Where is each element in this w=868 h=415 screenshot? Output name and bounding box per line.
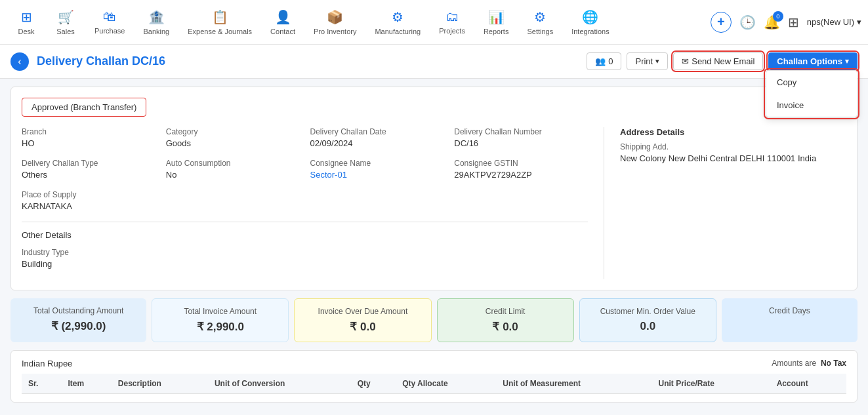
pro-inventory-icon: 📦: [327, 9, 343, 25]
table-head: Sr. Item Description Unit of Conversion …: [22, 374, 846, 394]
card-value-min-order: 0.0: [590, 320, 705, 333]
nav-item-integrations[interactable]: 🌐 Integrations: [562, 4, 618, 41]
nav-item-desk[interactable]: ⊞ Desk: [7, 4, 46, 41]
card-credit-limit: Credit Limit ₹ 0.0: [437, 298, 574, 342]
purchase-icon: 🛍: [103, 9, 116, 24]
table-section: Indian Rupee Amounts are No Tax Sr. Item…: [10, 350, 858, 403]
branch-value: HO: [22, 138, 155, 148]
card-label-min-order: Customer Min. Order Value: [590, 307, 705, 316]
category-value: Goods: [166, 138, 300, 148]
nav-item-manufacturing[interactable]: ⚙ Manufacturing: [365, 4, 430, 41]
nav-label-desk: Desk: [18, 28, 34, 35]
page-header: ‹ Delivery Challan DC/16 👥 0 Print ▾ ✉ S…: [0, 45, 868, 79]
main-content: Approved (Branch Transfer) Branch HO Cat…: [10, 87, 858, 290]
status-badge: Approved (Branch Transfer): [22, 98, 146, 117]
card-total-invoice: Total Invoice Amount ₹ 2,990.0: [152, 298, 289, 342]
field-row-2: Delivery Challan Type Others Auto Consum…: [22, 159, 588, 180]
notification-count: 0: [773, 11, 783, 22]
detail-grid: Branch HO Category Goods Delivery Challa…: [22, 127, 846, 279]
category-label: Category: [166, 127, 300, 136]
card-credit-days: Credit Days: [722, 298, 858, 342]
sales-icon: 🛒: [58, 9, 74, 25]
dropdown-item-invoice[interactable]: Invoice: [766, 94, 857, 117]
challan-date-value: 02/09/2024: [310, 138, 444, 148]
field-row-4: Industry Type Building: [22, 248, 588, 269]
history-icon[interactable]: 🕒: [739, 14, 756, 30]
nav-label-integrations: Integrations: [571, 28, 609, 35]
shipping-label: Shipping Add.: [620, 142, 846, 151]
consignee-name-value[interactable]: Sector-01: [310, 170, 444, 180]
consignee-gstin-label: Consignee GSTIN: [454, 159, 588, 168]
tax-type: No Tax: [821, 359, 846, 368]
card-invoice-overdue: Invoice Over Due Amount ₹ 0.0: [294, 298, 431, 342]
nav-item-sales[interactable]: 🛒 Sales: [46, 4, 85, 41]
nav-label-manufacturing: Manufacturing: [375, 28, 421, 35]
challan-date-label: Delivery Challan Date: [310, 127, 444, 136]
detail-right: Address Details Shipping Add. New Colony…: [604, 127, 846, 279]
nav-right: + 🕒 🔔 0 ⊞ nps(New UI) ▾: [711, 12, 861, 33]
settings-icon: ⚙: [534, 9, 546, 25]
auto-consumption-label: Auto Consumption: [166, 159, 300, 168]
field-challan-date: Delivery Challan Date 02/09/2024: [310, 127, 444, 148]
user-chevron-icon: ▾: [857, 17, 861, 27]
nav-items: ⊞ Desk 🛒 Sales 🛍 Purchase 🏦 Banking 📋 Ex…: [7, 4, 711, 41]
nav-item-expense-journals[interactable]: 📋 Expense & Journals: [178, 4, 261, 41]
print-button[interactable]: Print ▾: [627, 52, 668, 70]
table-header-row-tr: Sr. Item Description Unit of Conversion …: [22, 374, 846, 394]
nav-item-pro-inventory[interactable]: 📦 Pro Inventory: [304, 4, 365, 41]
nav-item-reports[interactable]: 📊 Reports: [474, 4, 518, 41]
field-category: Category Goods: [166, 127, 300, 148]
field-place-of-supply: Place of Supply KARNATAKA: [22, 190, 155, 211]
nav-label-settings: Settings: [527, 28, 553, 35]
address-title: Address Details: [620, 127, 846, 137]
industry-type-value: Building: [22, 259, 155, 269]
user-menu[interactable]: nps(New UI) ▾: [807, 17, 861, 27]
branch-label: Branch: [22, 127, 155, 136]
table-header-row: Indian Rupee Amounts are No Tax: [22, 359, 846, 368]
nav-item-contact[interactable]: 👤 Contact: [261, 4, 304, 41]
user-name: nps(New UI): [807, 17, 854, 27]
back-button[interactable]: ‹: [10, 52, 29, 71]
auto-consumption-value: No: [166, 170, 300, 180]
nav-item-banking[interactable]: 🏦 Banking: [134, 4, 178, 41]
card-label-credit-limit: Credit Limit: [448, 307, 563, 316]
challan-type-label: Delivery Challan Type: [22, 159, 155, 168]
nav-item-purchase[interactable]: 🛍 Purchase: [85, 4, 134, 40]
col-unit-price: Unit Price/Rate: [651, 374, 770, 394]
col-description: Description: [112, 374, 208, 394]
header-actions: 👥 0 Print ▾ ✉ Send New Email Challan Opt…: [587, 52, 858, 70]
card-label-outstanding: Total Outstanding Amount: [21, 306, 136, 315]
consignee-name-label: Consignee Name: [310, 159, 444, 168]
place-of-supply-value: KARNATAKA: [22, 201, 155, 211]
notifications-icon[interactable]: 🔔 0: [764, 14, 780, 30]
dropdown-item-copy[interactable]: Copy: [766, 71, 857, 94]
challan-number-value: DC/16: [454, 138, 588, 148]
nav-label-pro-inventory: Pro Inventory: [314, 28, 356, 35]
challan-options-button[interactable]: Challan Options ▾: [768, 52, 858, 70]
challan-number-label: Delivery Challan Number: [454, 127, 588, 136]
challan-type-value: Others: [22, 170, 155, 180]
followers-button[interactable]: 👥 0: [587, 52, 621, 70]
grid-view-icon[interactable]: ⊞: [788, 14, 799, 30]
other-details-title: Other Details: [22, 230, 588, 240]
challan-options-chevron-icon: ▾: [845, 57, 849, 66]
card-value-overdue: ₹ 0.0: [305, 320, 420, 334]
card-value-invoice: ₹ 2,990.0: [163, 320, 278, 334]
field-challan-type: Delivery Challan Type Others: [22, 159, 155, 180]
nav-item-settings[interactable]: ⚙ Settings: [518, 4, 562, 41]
card-total-outstanding: Total Outstanding Amount ₹ (2,990.0): [10, 298, 146, 342]
data-table: Sr. Item Description Unit of Conversion …: [22, 374, 846, 394]
card-label-invoice: Total Invoice Amount: [163, 307, 278, 316]
summary-cards: Total Outstanding Amount ₹ (2,990.0) Tot…: [10, 298, 858, 342]
table-tax-note: Amounts are No Tax: [772, 359, 846, 368]
nav-item-projects[interactable]: 🗂 Projects: [430, 4, 474, 40]
add-button[interactable]: +: [711, 12, 732, 33]
send-email-button[interactable]: ✉ Send New Email: [673, 52, 763, 70]
integrations-icon: 🌐: [582, 9, 598, 25]
challan-options-label: Challan Options: [777, 56, 842, 66]
field-consignee-gstin: Consignee GSTIN 29AKTPV2729A2ZP: [454, 159, 588, 180]
card-value-credit-limit: ₹ 0.0: [448, 320, 563, 334]
industry-type-label: Industry Type: [22, 248, 155, 257]
field-industry-type: Industry Type Building: [22, 248, 155, 269]
desk-icon: ⊞: [21, 9, 32, 25]
